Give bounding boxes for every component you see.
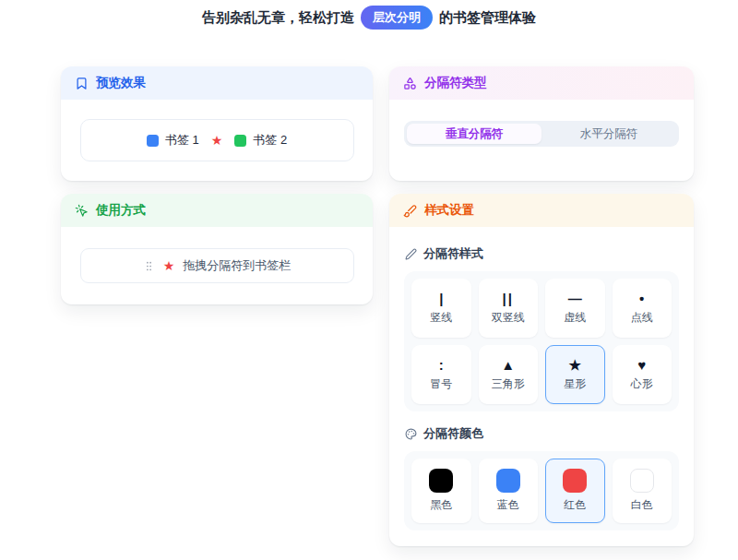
bookmark-2-label: 书签 2 (253, 132, 287, 149)
vertical-line-glyph: | (439, 291, 443, 305)
grip-vertical-icon (143, 260, 155, 272)
style-option-vertical-line[interactable]: | 竖线 (411, 279, 471, 338)
main-content: 预览效果 书签 1 ★ 书签 2 (61, 66, 694, 546)
colon-glyph: : (439, 357, 444, 372)
separator-style-section-label: 分隔符样式 (405, 245, 679, 262)
pointer-click-icon (75, 204, 89, 218)
style-option-triangle[interactable]: ▲ 三角形 (479, 345, 539, 404)
right-column: 分隔符类型 垂直分隔符 水平分隔符 样式设置 (389, 66, 694, 546)
pen-icon (405, 248, 417, 260)
heart-glyph: ♥ (637, 357, 646, 372)
usage-card-title: 使用方式 (96, 202, 146, 219)
preview-card: 预览效果 书签 1 ★ 书签 2 (61, 66, 373, 181)
drag-separator-handle[interactable]: ★ 拖拽分隔符到书签栏 (80, 248, 354, 283)
double-line-glyph: || (503, 291, 514, 305)
bookmark-icon (75, 77, 89, 90)
bookmark-bar-preview: 书签 1 ★ 书签 2 (80, 119, 354, 161)
dashed-line-glyph: — (568, 291, 582, 305)
style-option-dashed-line[interactable]: — 虚线 (545, 279, 605, 338)
style-settings-title: 样式设置 (424, 202, 474, 219)
color-option-red[interactable]: 红色 (545, 459, 605, 523)
style-option-colon[interactable]: : 冒号 (411, 345, 471, 404)
triangle-glyph: ▲ (501, 357, 515, 372)
style-settings-body: 分隔符样式 | 竖线 || 双竖线 — 虚线 (389, 227, 694, 545)
usage-body: ★ 拖拽分隔符到书签栏 (61, 227, 373, 304)
style-option-double-line[interactable]: || 双竖线 (479, 279, 539, 338)
drag-hint-text: 拖拽分隔符到书签栏 (183, 257, 291, 274)
shapes-icon (403, 77, 417, 90)
style-option-star[interactable]: ★ 星形 (545, 345, 605, 404)
preview-card-title: 预览效果 (96, 75, 146, 91)
red-swatch (563, 469, 587, 493)
separator-color-section-label: 分隔符颜色 (405, 425, 679, 442)
bookmark-2-favicon (234, 135, 246, 147)
preview-body: 书签 1 ★ 书签 2 (61, 100, 373, 181)
preview-card-header: 预览效果 (61, 66, 373, 100)
style-option-heart[interactable]: ♥ 心形 (613, 345, 673, 404)
tagline-suffix: 的书签管理体验 (439, 9, 536, 27)
white-swatch (630, 469, 654, 493)
tab-vertical-separator[interactable]: 垂直分隔符 (407, 124, 542, 144)
usage-card: 使用方式 ★ 拖拽分隔符到书签栏 (61, 194, 373, 304)
drag-star-icon: ★ (163, 259, 175, 272)
separator-color-grid: 黑色 蓝色 红色 白色 (404, 451, 679, 530)
color-option-blue[interactable]: 蓝色 (479, 459, 539, 523)
separator-style-grid: | 竖线 || 双竖线 — 虚线 • 点线 (404, 271, 679, 411)
star-glyph: ★ (569, 357, 581, 372)
tagline-prefix: 告别杂乱无章，轻松打造 (202, 9, 354, 27)
color-option-white[interactable]: 白色 (613, 459, 673, 523)
separator-type-title: 分隔符类型 (424, 75, 487, 91)
dotted-line-glyph: • (639, 291, 644, 305)
tab-horizontal-separator[interactable]: 水平分隔符 (542, 124, 676, 144)
bookmark-item-2: 书签 2 (234, 132, 287, 149)
separator-type-card: 分隔符类型 垂直分隔符 水平分隔符 (389, 66, 694, 181)
separator-type-header: 分隔符类型 (389, 66, 694, 100)
left-column: 预览效果 书签 1 ★ 书签 2 (61, 66, 373, 546)
blue-swatch (496, 469, 520, 493)
separator-type-body: 垂直分隔符 水平分隔符 (389, 100, 694, 168)
style-option-dotted-line[interactable]: • 点线 (613, 279, 673, 338)
highlight-pill: 层次分明 (361, 6, 433, 30)
separator-color-label: 分隔符颜色 (423, 425, 483, 442)
separator-type-tabs: 垂直分隔符 水平分隔符 (404, 121, 679, 147)
style-settings-header: 样式设置 (389, 194, 694, 227)
color-option-black[interactable]: 黑色 (411, 459, 471, 523)
style-settings-card: 样式设置 分隔符样式 | 竖线 || 双竖线 (389, 194, 694, 546)
separator-style-label: 分隔符样式 (423, 245, 483, 262)
separator-star-icon: ★ (211, 134, 223, 147)
bookmark-1-label: 书签 1 (165, 132, 199, 149)
hero-tagline: 告别杂乱无章，轻松打造 层次分明 的书签管理体验 (0, 6, 738, 30)
black-swatch (429, 469, 453, 493)
paintbrush-icon (403, 204, 417, 218)
palette-icon (405, 428, 417, 440)
page: 告别杂乱无章，轻松打造 层次分明 的书签管理体验 预览效果 书签 1 ★ (0, 0, 738, 560)
bookmark-item-1: 书签 1 (147, 132, 199, 149)
bookmark-1-favicon (147, 135, 159, 147)
usage-card-header: 使用方式 (61, 194, 373, 227)
